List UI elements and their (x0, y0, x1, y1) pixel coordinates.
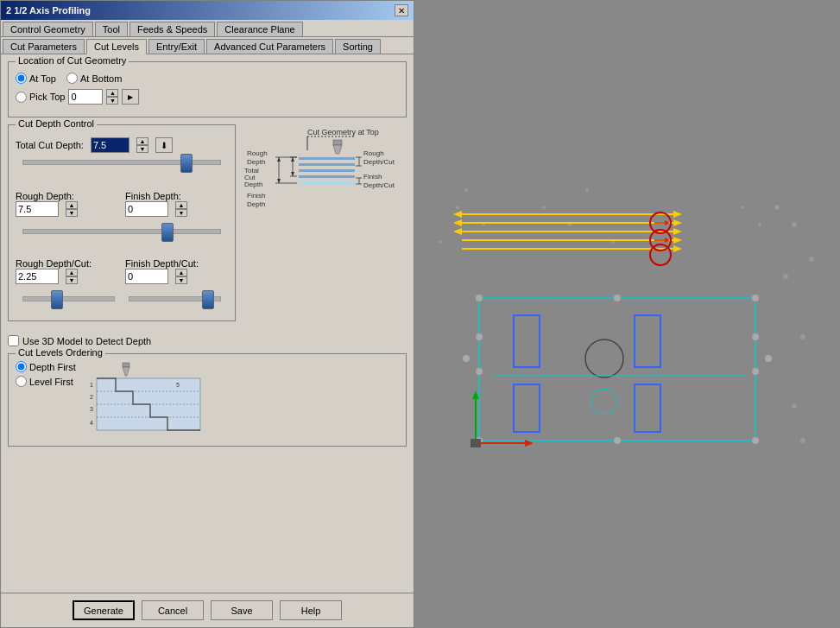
svg-point-77 (614, 295, 621, 301)
svg-rect-3 (333, 140, 342, 145)
svg-point-94 (792, 222, 797, 227)
svg-text:4: 4 (90, 420, 93, 426)
tab-cut-parameters[interactable]: Cut Parameters (3, 39, 85, 54)
svg-rect-48 (414, 0, 840, 628)
generate-button[interactable]: Generate (73, 600, 135, 620)
svg-rect-7 (299, 169, 355, 172)
tab-advanced-cut-parameters[interactable]: Advanced Cut Parameters (206, 39, 333, 54)
radio-depth-first[interactable]: Depth First (16, 361, 76, 372)
svg-point-86 (463, 355, 470, 362)
svg-point-82 (752, 437, 759, 444)
svg-text:Finish: Finish (247, 192, 265, 200)
rough-finish-slider[interactable] (22, 229, 221, 234)
cut-levels-ordering-group: Cut Levels Ordering Depth First Level Fi… (8, 353, 407, 447)
svg-marker-4 (333, 145, 342, 154)
total-cut-depth-btn[interactable]: ⬇ (155, 137, 173, 153)
rough-per-cut-col: Rough Depth/Cut: ▲ ▼ (16, 258, 118, 289)
cut-levels-ordering-title: Cut Levels Ordering (16, 347, 105, 358)
3d-viewport (414, 0, 840, 628)
finish-depth-up[interactable]: ▲ (175, 201, 187, 209)
close-button[interactable]: ✕ (395, 4, 408, 16)
svg-point-58 (758, 223, 761, 226)
diagram-panel: Cut Geometry at Top Rough Depth (243, 124, 407, 328)
cut-depth-group: Cut Depth Control Total Cut Depth: ▲ ▼ ⬇ (8, 124, 236, 321)
total-cut-depth-down[interactable]: ▼ (136, 145, 148, 153)
rough-depth-spinner: ▲ ▼ (66, 201, 78, 217)
rough-depth-up[interactable]: ▲ (66, 201, 78, 209)
svg-point-55 (439, 240, 442, 244)
rough-per-cut-slider[interactable] (22, 296, 115, 301)
svg-point-79 (476, 368, 483, 375)
location-group: Location of Cut Geometry At Top At Botto… (8, 61, 407, 117)
svg-rect-88 (471, 439, 481, 447)
svg-point-84 (476, 333, 483, 340)
finish-per-cut-row: ▲ ▼ (125, 269, 228, 284)
tab-clearance-plane[interactable]: Clearance Plane (217, 22, 302, 36)
svg-point-78 (752, 295, 759, 301)
total-cut-depth-row: Total Cut Depth: ▲ ▼ ⬇ (16, 137, 228, 153)
pick-top-up[interactable]: ▲ (106, 89, 118, 97)
rough-per-cut-down[interactable]: ▼ (66, 276, 78, 284)
pick-top-input[interactable] (68, 89, 103, 105)
radio-level-first[interactable]: Level First (16, 376, 76, 387)
finish-per-cut-up[interactable]: ▲ (175, 269, 187, 276)
rough-per-cut-up[interactable]: ▲ (66, 269, 78, 276)
svg-text:Finish: Finish (363, 173, 382, 181)
rough-per-cut-row: ▲ ▼ (16, 269, 118, 284)
radio-at-bottom[interactable]: At Bottom (66, 73, 122, 84)
svg-text:Depth: Depth (247, 158, 265, 166)
use-3d-model-row: Use 3D Model to Detect Depth (8, 335, 407, 346)
finish-per-cut-handle[interactable] (202, 290, 214, 309)
finish-depth-down[interactable]: ▼ (175, 209, 187, 217)
total-cut-depth-up[interactable]: ▲ (136, 137, 148, 145)
finish-per-cut-down[interactable]: ▼ (175, 276, 187, 284)
svg-point-99 (800, 438, 805, 443)
tab-row-2: Cut Parameters Cut Levels Entry/Exit Adv… (1, 37, 414, 54)
svg-text:1: 1 (90, 382, 93, 388)
svg-point-80 (752, 368, 759, 375)
help-button[interactable]: Help (280, 600, 342, 620)
tab-entry-exit[interactable]: Entry/Exit (148, 39, 205, 54)
dialog-buttons: Generate Cancel Save Help (1, 593, 414, 627)
svg-marker-15 (291, 157, 294, 162)
radio-pick-top[interactable]: Pick Top (16, 92, 65, 103)
rough-depth-label: Rough Depth: (16, 191, 118, 201)
tab-sorting[interactable]: Sorting (335, 39, 381, 54)
finish-depth-input[interactable] (125, 201, 168, 217)
use-3d-model-checkbox[interactable] (8, 335, 19, 346)
rough-per-cut-label: Rough Depth/Cut: (16, 258, 118, 269)
svg-rect-6 (299, 163, 355, 166)
cancel-button[interactable]: Cancel (142, 600, 204, 620)
main-dialog: 2 1/2 Axis Profiling ✕ Control Geometry … (0, 0, 414, 628)
total-cut-depth-input[interactable] (91, 137, 129, 153)
svg-marker-38 (123, 367, 129, 376)
cut-levels-preview: 1 2 3 4 5 (90, 361, 211, 439)
radio-at-top[interactable]: At Top (16, 73, 56, 84)
svg-text:3: 3 (90, 406, 93, 412)
svg-marker-24 (277, 179, 281, 183)
rough-depth-down[interactable]: ▼ (66, 209, 78, 217)
finish-per-cut-input[interactable] (125, 269, 168, 284)
svg-text:5: 5 (176, 382, 180, 388)
tab-control-geometry[interactable]: Control Geometry (3, 22, 93, 36)
viewport-svg (414, 0, 840, 628)
pick-top-row: Pick Top ▲ ▼ ▶ (16, 89, 399, 105)
finish-per-cut-slider[interactable] (129, 296, 221, 301)
pick-top-down[interactable]: ▼ (106, 97, 118, 105)
tab-feeds-speeds[interactable]: Feeds & Speeds (129, 22, 215, 36)
tab-tool[interactable]: Tool (95, 22, 128, 36)
rough-per-cut-input[interactable] (16, 269, 59, 284)
total-cut-depth-handle[interactable] (180, 154, 193, 173)
rough-depth-input[interactable] (16, 201, 59, 217)
total-cut-depth-slider[interactable] (22, 160, 221, 165)
rough-finish-handle[interactable] (161, 223, 174, 242)
svg-point-57 (741, 206, 744, 209)
pick-top-arrow-btn[interactable]: ▶ (122, 89, 139, 105)
rough-per-cut-handle[interactable] (51, 290, 63, 309)
tab-cut-levels[interactable]: Cut Levels (86, 39, 147, 54)
save-button[interactable]: Save (211, 600, 273, 620)
svg-rect-5 (299, 157, 355, 160)
ordering-radios: Depth First Level First (16, 361, 76, 387)
svg-marker-16 (291, 172, 294, 176)
cut-levels-diagram: Cut Geometry at Top Rough Depth (243, 124, 407, 314)
